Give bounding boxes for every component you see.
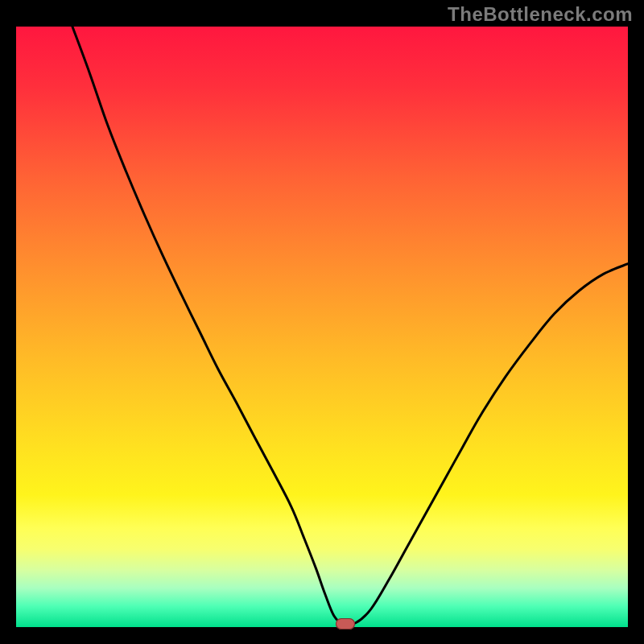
optimum-marker [336, 618, 355, 630]
chart-frame: TheBottleneck.com [0, 0, 644, 644]
gradient-background [16, 27, 628, 627]
chart-svg [16, 27, 628, 627]
plot-area [16, 27, 628, 627]
watermark-text: TheBottleneck.com [448, 3, 633, 26]
